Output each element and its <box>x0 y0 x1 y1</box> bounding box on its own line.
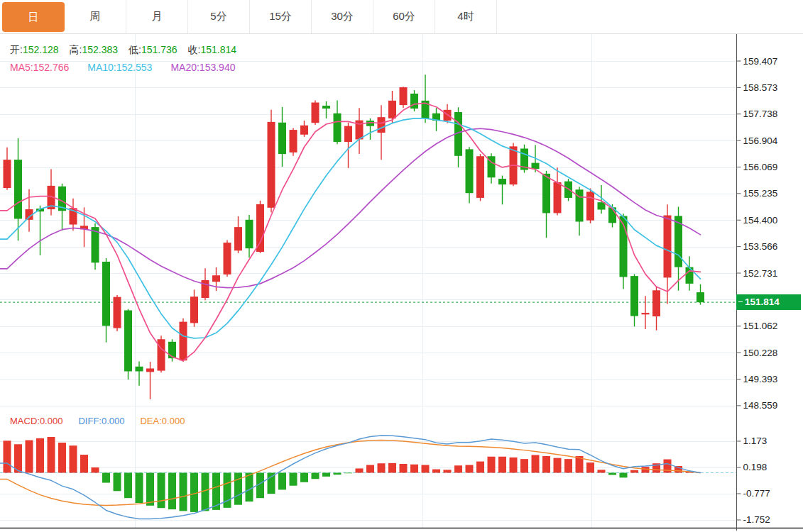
tab-15min[interactable]: 15分 <box>250 0 312 33</box>
candlestick-chart[interactable]: 159.407158.573157.738156.904156.069155.2… <box>0 0 803 532</box>
svg-text:148.559: 148.559 <box>743 400 778 411</box>
svg-text:-0.777: -0.777 <box>743 488 770 499</box>
diff-value: DIFF:0.000 <box>78 416 124 426</box>
tab-30min[interactable]: 30分 <box>312 0 373 33</box>
ma5-value: MA5: 152.766 <box>10 62 69 73</box>
svg-text:-1.752: -1.752 <box>743 514 770 525</box>
svg-text:158.573: 158.573 <box>743 82 778 93</box>
svg-text:156.904: 156.904 <box>743 135 778 146</box>
svg-text:1.173: 1.173 <box>743 436 768 446</box>
dea-value: DEA:0.000 <box>140 416 185 426</box>
macd-value: MACD:0.000 <box>10 416 62 426</box>
svg-text:150.228: 150.228 <box>743 348 778 358</box>
tab-4hour[interactable]: 4时 <box>435 0 497 33</box>
tab-month[interactable]: 月 <box>126 0 188 33</box>
ohlc-legend: 开:152.128 高:152.383 低:151.736 收:151.814 <box>10 44 236 57</box>
svg-text:156.069: 156.069 <box>743 162 778 172</box>
trading-chart-app: 159.407158.573157.738156.904156.069155.2… <box>0 0 803 532</box>
svg-text:159.407: 159.407 <box>743 56 778 67</box>
timeframe-tabbar: 日 周 月 5分 15分 30分 60分 4时 <box>0 0 803 34</box>
ma-legend: MA5: 152.766 MA10: 152.553 MA20: 153.940 <box>10 62 235 73</box>
svg-text:151.062: 151.062 <box>743 321 778 331</box>
svg-text:154.400: 154.400 <box>743 215 778 226</box>
tab-day[interactable]: 日 <box>2 2 65 32</box>
svg-text:155.235: 155.235 <box>743 188 778 199</box>
tab-5min[interactable]: 5分 <box>188 0 250 33</box>
high-value: 高:152.383 <box>70 44 119 57</box>
svg-text:0.198: 0.198 <box>743 462 768 472</box>
ma10-value: MA10: 152.553 <box>87 62 152 73</box>
svg-text:149.393: 149.393 <box>743 374 778 384</box>
svg-text:157.738: 157.738 <box>743 109 778 119</box>
open-value: 开:152.128 <box>10 44 59 57</box>
low-value: 低:151.736 <box>129 44 177 57</box>
ma20-value: MA20: 153.940 <box>170 62 235 73</box>
svg-text:153.566: 153.566 <box>743 241 778 252</box>
close-value: 收:151.814 <box>188 44 237 57</box>
svg-text:152.731: 152.731 <box>743 268 778 279</box>
macd-legend: MACD:0.000 DIFF:0.000 DEA:0.000 <box>10 416 185 426</box>
tab-60min[interactable]: 60分 <box>373 0 435 33</box>
last-price-tag: 151.814 <box>736 294 801 310</box>
tab-week[interactable]: 周 <box>65 0 126 33</box>
